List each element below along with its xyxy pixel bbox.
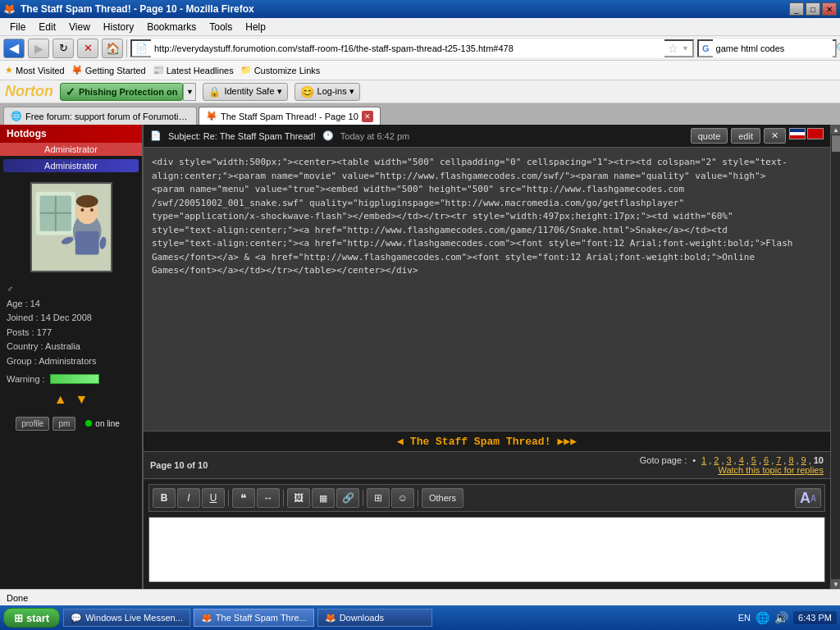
- font-size-button[interactable]: A A: [795, 488, 821, 508]
- menu-history[interactable]: History: [97, 20, 140, 34]
- watch-topic-link[interactable]: Watch this topic for replies: [718, 465, 824, 475]
- watch-link-container: Watch this topic for replies: [640, 465, 824, 475]
- table-button[interactable]: ▦: [312, 488, 335, 508]
- start-label: start: [26, 612, 49, 624]
- thread-nav-prev[interactable]: ◀: [397, 435, 404, 448]
- page-link-2[interactable]: 2: [714, 455, 719, 465]
- address-star[interactable]: ☆: [668, 42, 678, 55]
- scroll-thumb[interactable]: [832, 135, 840, 152]
- taskbar-right: EN 🌐 🔊 6:43 PM: [738, 611, 837, 624]
- menu-edit[interactable]: Edit: [32, 20, 62, 34]
- reply-textarea[interactable]: [148, 517, 825, 582]
- reload-button[interactable]: ↻: [52, 39, 74, 58]
- maximize-button[interactable]: □: [806, 2, 820, 16]
- menu-help[interactable]: Help: [239, 20, 272, 34]
- tab-staff-spam[interactable]: 🦊 The Staff Spam Thread! - Page 10 ✕: [199, 107, 381, 125]
- user-info: ♂ Age : 14 Joined : 14 Dec 2008 Posts : …: [0, 279, 142, 372]
- customize-links-bookmark[interactable]: 📁 Customize Links: [240, 65, 321, 75]
- menu-tools[interactable]: Tools: [203, 20, 239, 34]
- flag-icon: [789, 128, 806, 139]
- menu-bookmarks[interactable]: Bookmarks: [140, 20, 203, 34]
- quote-format-button[interactable]: ❝: [232, 488, 255, 508]
- page-link-4[interactable]: 4: [739, 455, 744, 465]
- thread-nav-next[interactable]: ▶: [557, 435, 564, 448]
- customize-icon: 📁: [240, 65, 252, 75]
- page-link-1[interactable]: 1: [701, 455, 706, 465]
- title-bar-controls[interactable]: _ □ ✕: [789, 2, 837, 16]
- smiley-icon: 😊: [300, 85, 314, 98]
- menu-view[interactable]: View: [62, 20, 97, 34]
- scrollbar[interactable]: ▲ ▼: [830, 125, 840, 589]
- search-icon[interactable]: 🔍: [836, 43, 840, 54]
- start-icon: ⊞: [14, 612, 23, 624]
- taskbar-downloads[interactable]: 🦊 Downloads: [317, 609, 432, 627]
- delete-button[interactable]: ✕: [764, 128, 786, 144]
- avatar-svg: [32, 182, 111, 272]
- toolbar-sep-4: [418, 490, 418, 506]
- page-link-3[interactable]: 3: [726, 455, 731, 465]
- others-button[interactable]: Others: [422, 488, 463, 508]
- smiley-button[interactable]: ☺: [391, 488, 414, 508]
- identity-safe-button[interactable]: 🔒 Identity Safe ▾: [203, 83, 287, 101]
- pm-button[interactable]: pm: [52, 417, 75, 431]
- back-button[interactable]: ◀: [3, 39, 25, 58]
- checkmark-icon: ✓: [66, 85, 75, 98]
- page-link-8[interactable]: 8: [788, 455, 793, 465]
- page-link-5[interactable]: 5: [751, 455, 756, 465]
- quote-button[interactable]: quote: [691, 128, 728, 144]
- clock-display: 6:43 PM: [798, 613, 832, 623]
- home-button[interactable]: 🏠: [102, 39, 123, 58]
- page-link-9[interactable]: 9: [801, 455, 806, 465]
- close-button[interactable]: ✕: [822, 2, 837, 16]
- most-visited-bookmark[interactable]: ★ Most Visited: [5, 65, 65, 75]
- norton-bar: Norton ✓ Phishing Protection on ▼ 🔒 Iden…: [0, 80, 840, 103]
- italic-button[interactable]: I: [177, 488, 200, 508]
- thread-nav-last[interactable]: ▶▶: [564, 435, 577, 448]
- phishing-dropdown-button[interactable]: ▼: [183, 83, 196, 101]
- grid-button[interactable]: ⊞: [367, 488, 390, 508]
- lock-icon: 🔒: [208, 86, 221, 98]
- taskbar-firefox-spam[interactable]: 🦊 The Staff Spam Thre...: [194, 609, 314, 627]
- address-icon: 📄: [135, 43, 148, 54]
- underline-button[interactable]: U: [202, 488, 225, 508]
- page-link-6[interactable]: 6: [764, 455, 769, 465]
- getting-started-bookmark[interactable]: 🦊 Getting Started: [71, 65, 146, 75]
- image-button[interactable]: 🖼: [287, 488, 310, 508]
- lang-label: EN: [738, 613, 751, 623]
- user-age: Age : 14: [7, 297, 135, 312]
- start-button[interactable]: ⊞ start: [3, 608, 60, 628]
- address-input[interactable]: [151, 39, 664, 57]
- next-arrow[interactable]: ▼: [75, 392, 89, 407]
- norton-logo: Norton: [5, 83, 53, 100]
- profile-button[interactable]: profile: [16, 417, 49, 431]
- code-button[interactable]: ↔: [257, 488, 280, 508]
- menu-file[interactable]: File: [3, 20, 32, 34]
- logins-button[interactable]: 😊 Log-ins ▾: [294, 83, 360, 101]
- post-header-left: 📄 Subject: Re: The Staff Spam Thread! 🕐 …: [150, 130, 409, 141]
- page-link-7[interactable]: 7: [776, 455, 781, 465]
- forward-button[interactable]: ▶: [28, 39, 49, 58]
- taskbar-messenger[interactable]: 💬 Windows Live Messen...: [63, 609, 190, 627]
- edit-button[interactable]: edit: [731, 128, 760, 144]
- address-bar-container: 📄 ☆ ▼: [130, 39, 694, 57]
- minimize-button[interactable]: _: [789, 2, 804, 16]
- address-dropdown[interactable]: ▼: [682, 44, 689, 52]
- tab-forum[interactable]: 🌐 Free forum: support forum of Forumotio…: [3, 107, 197, 125]
- search-input[interactable]: [713, 39, 833, 57]
- tab-close-button[interactable]: ✕: [362, 111, 373, 122]
- page-link-10[interactable]: 10: [814, 455, 824, 465]
- latest-headlines-bookmark[interactable]: 📰 Latest Headlines: [153, 65, 234, 75]
- stop-button[interactable]: ✕: [77, 39, 98, 58]
- latest-headlines-label: Latest Headlines: [167, 66, 234, 75]
- phishing-protection-button[interactable]: ✓ Phishing Protection on: [60, 83, 183, 101]
- speaker-icon: 🔊: [774, 611, 788, 624]
- scroll-down-arrow[interactable]: ▼: [831, 579, 840, 589]
- user-rank: Administrator: [0, 143, 142, 156]
- scroll-up-arrow[interactable]: ▲: [831, 125, 840, 135]
- prev-arrow[interactable]: ▲: [54, 392, 67, 407]
- downloads-label: Downloads: [340, 613, 384, 623]
- bold-button[interactable]: B: [153, 488, 176, 508]
- link-button[interactable]: 🔗: [336, 488, 359, 508]
- username: Hotdogs: [7, 128, 47, 139]
- bullet: •: [692, 455, 696, 465]
